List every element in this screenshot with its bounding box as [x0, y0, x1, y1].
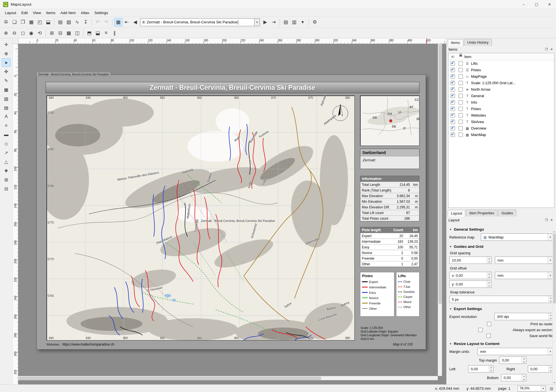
zoom-actual-button[interactable]: ◉ [27, 29, 35, 37]
scrollbar-thumb[interactable] [19, 377, 321, 380]
lock-checkbox[interactable] [459, 133, 463, 137]
visibility-checkbox[interactable] [451, 81, 455, 85]
grid-offset-unit-combo[interactable]: mm ▾ [495, 272, 553, 279]
export-atlas-menu-arrow[interactable]: ▾ [298, 18, 307, 26]
add-arrow-button[interactable]: ↗ [2, 148, 11, 157]
chevron-down-icon[interactable]: ▾ [541, 386, 546, 391]
lock-checkbox[interactable] [459, 107, 463, 111]
left-margin-spin[interactable]: 0,00 ▲▼ [468, 365, 494, 373]
scroll-up-arrow[interactable]: ▴ [553, 230, 556, 233]
add-fixed-table-button[interactable]: ⊟ [2, 184, 11, 193]
print-layout-button[interactable]: ▤ [56, 18, 64, 26]
lifts-legend-item[interactable]: Lifts Chair T-bar [396, 272, 419, 317]
pan-tool[interactable]: ✛ [2, 40, 11, 49]
new-layout-button[interactable]: ❏ [10, 18, 19, 26]
zoom-tool[interactable]: ⊕ [2, 49, 11, 58]
scrollbar-thumb[interactable] [553, 234, 556, 303]
menu-item[interactable]: Layout [2, 10, 19, 16]
lock-checkbox[interactable] [459, 126, 463, 130]
snap-grid-button[interactable]: ⊟ [56, 29, 64, 37]
dock-tab[interactable]: Undo History [464, 39, 492, 46]
layout-item-row[interactable]: ▦ MainMap [448, 132, 554, 138]
layout-item-row[interactable]: ☰ Pistes [448, 67, 554, 73]
scale-info-item[interactable]: Scale: 1:125.000Grid Latitude Origin: Eq… [361, 326, 417, 341]
snap-tolerance-spin[interactable]: 5 px ▲▼ [449, 296, 553, 303]
atlas-feature-combo[interactable]: 8: Zermatt - Breuil-Cervinia, Breuil-Cer… [140, 18, 254, 26]
pistes-legend-item[interactable]: Pistes Expert Inter [360, 272, 394, 317]
spin-buttons[interactable]: ▲▼ [487, 272, 491, 279]
atlas-next-feature-button[interactable]: ▶ [261, 18, 269, 26]
menu-item[interactable]: View [30, 10, 44, 16]
panel-scrollbar[interactable]: ▴ ▾ [552, 230, 556, 384]
dock-tab[interactable]: Guides [498, 210, 516, 217]
bottom-margin-spin[interactable]: 0,00 ▲▼ [501, 374, 526, 381]
move-item-content-tool[interactable]: ✜ [2, 67, 11, 76]
visibility-checkbox[interactable] [451, 74, 455, 79]
country-info-item[interactable]: Switzerland Zermatt [360, 149, 419, 169]
dock-tab[interactable]: Item Properties [466, 210, 497, 217]
lock-checkbox[interactable] [459, 74, 463, 79]
lower-items-button[interactable]: ⬓ [93, 29, 102, 37]
option-checkbox[interactable] [487, 322, 491, 326]
menu-item[interactable]: Settings [92, 10, 111, 16]
add-scalebar-button[interactable]: ▬ [2, 130, 11, 139]
layout-page[interactable]: Zermatt - Breuil-Cervinia, Breuil-Cervin… [37, 75, 426, 349]
add-map-button[interactable]: ▦ [2, 85, 11, 94]
overview-map-item[interactable]: FRDECZCHLIATSIIT [360, 95, 419, 146]
raise-items-button[interactable]: ⬒ [85, 29, 93, 37]
zoom-level-combo[interactable]: 76.0% ▾ [518, 386, 546, 391]
reference-map-combo[interactable]: ▦ MainMap ▾ [481, 233, 553, 241]
layout-item-row[interactable]: T SkiArea [448, 119, 554, 125]
visibility-checkbox[interactable] [451, 94, 455, 98]
add-3d-map-button[interactable]: ▧ [2, 94, 11, 103]
messages-icon[interactable]: ▤ [550, 386, 553, 391]
piste-length-table-item[interactable]: Piste length Count km Expert 20 16,45 [360, 227, 419, 267]
visibility-checkbox[interactable] [451, 87, 455, 92]
select-move-item-tool[interactable]: ➤ [2, 58, 11, 67]
layout-item-row[interactable]: ▭ MapPage [448, 73, 554, 80]
layout-item-row[interactable]: T General [448, 93, 554, 99]
scroll-down-arrow[interactable]: ▾ [553, 381, 556, 384]
visibility-checkbox[interactable] [451, 61, 455, 66]
add-html-button[interactable]: ❖ [2, 166, 11, 175]
scrollbar-thumb[interactable] [439, 44, 442, 304]
align-items-button[interactable]: ≡ [102, 29, 110, 37]
zoom-out-button[interactable]: ⊖ [10, 29, 19, 37]
general-settings-section[interactable]: ▼ General Settings [449, 227, 553, 231]
layout-canvas[interactable]: Zermatt - Breuil-Cervinia, Breuil-Cervin… [18, 44, 442, 380]
close-button[interactable]: ✕ [543, 0, 556, 9]
atlas-first-feature-button[interactable]: ⇤ [122, 18, 131, 26]
menu-item[interactable]: Add Item [58, 10, 78, 16]
snap-guides-button[interactable]: ◫ [73, 29, 81, 37]
add-legend-button[interactable]: ≡ [2, 121, 11, 130]
refresh-view-button[interactable]: ⟲ [35, 29, 44, 37]
lock-checkbox[interactable] [459, 61, 463, 66]
spin-buttons[interactable]: ▲▼ [522, 357, 526, 364]
main-map-item[interactable]: AlphubelAllalinpassKummeMarmotteRiedStaf… [46, 95, 355, 340]
lock-checkbox[interactable] [459, 113, 463, 117]
grid-offset-x-spin[interactable]: x: 0,00 ▲▼ [449, 272, 492, 279]
spin-buttons[interactable]: ▲▼ [487, 281, 491, 288]
float-panel-icon[interactable]: ❐ [544, 48, 549, 51]
layout-item-row[interactable]: ▦ Overview [448, 125, 554, 132]
save-as-template-button[interactable]: ⬓ [44, 18, 52, 26]
menu-item[interactable]: Items [44, 10, 58, 16]
option-checkbox[interactable] [478, 328, 483, 332]
minimize-button[interactable]: – [517, 0, 530, 9]
add-node-item-button[interactable]: △ [2, 157, 11, 166]
edit-nodes-tool[interactable]: ✎ [2, 76, 11, 85]
export-pdf-button[interactable]: ↧ [81, 18, 90, 26]
right-margin-spin[interactable]: 0,00 ▲▼ [528, 365, 553, 373]
menu-item[interactable]: Atlas [78, 10, 92, 16]
float-panel-icon[interactable]: ❐ [544, 218, 549, 222]
close-panel-icon[interactable]: ✕ [549, 218, 554, 222]
visibility-checkbox[interactable] [451, 68, 455, 72]
open-folder-button[interactable]: ◰ [35, 18, 44, 26]
spin-buttons[interactable]: ▲▼ [487, 257, 491, 264]
export-resolution-spin[interactable]: 300 dpi ▲▼ [494, 313, 553, 320]
lock-checkbox[interactable] [459, 68, 463, 72]
layout-item-row[interactable]: T Websites [448, 112, 554, 119]
zoom-in-button[interactable]: ⊕ [2, 29, 10, 37]
undo-button[interactable]: ↶ [93, 18, 102, 26]
maximize-button[interactable]: ▢ [530, 0, 543, 9]
